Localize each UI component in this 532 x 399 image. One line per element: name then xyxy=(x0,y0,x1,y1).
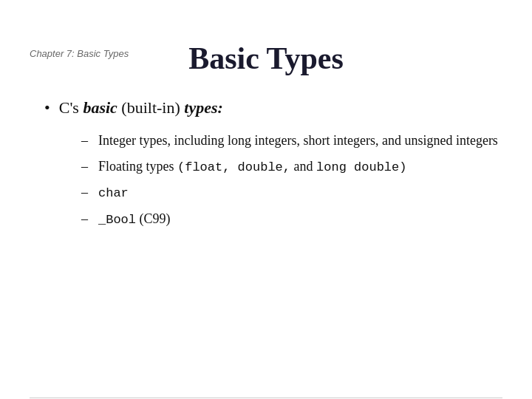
list-item: Floating types (float, double, and long … xyxy=(81,155,502,179)
chapter-header: Chapter 7: Basic Types xyxy=(30,48,129,59)
sub-bullets-list: Integer types, including long integers, … xyxy=(44,129,502,231)
bullet-dot: • xyxy=(44,98,50,117)
list-item: _Bool (C99) xyxy=(81,208,502,231)
sub-bullet-integer: Integer types, including long integers, … xyxy=(98,129,502,152)
list-item: char xyxy=(81,181,502,205)
list-item: Integer types, including long integers, … xyxy=(81,129,502,152)
slide: Chapter 7: Basic Types Basic Types • C's… xyxy=(0,41,532,399)
bold-italic-basic: basic xyxy=(83,98,117,117)
code-char: char xyxy=(98,186,129,200)
code-float: (float, double, xyxy=(177,160,290,174)
chapter-header-text: Chapter 7: Basic Types xyxy=(30,48,129,59)
sub-bullet-floating: Floating types (float, double, and long … xyxy=(98,155,502,179)
main-bullet-text: C's basic (built-in) types: xyxy=(59,98,223,117)
footer-divider xyxy=(30,398,502,398)
main-bullet: • C's basic (built-in) types: xyxy=(44,98,502,117)
code-long-double: long double) xyxy=(316,160,406,174)
italic-types: types: xyxy=(184,98,223,117)
sub-bullet-bool: _Bool (C99) xyxy=(98,208,502,231)
sub-bullet-char: char xyxy=(98,181,502,205)
content-area: • C's basic (built-in) types: Integer ty… xyxy=(0,98,532,231)
code-bool: _Bool xyxy=(98,213,136,227)
